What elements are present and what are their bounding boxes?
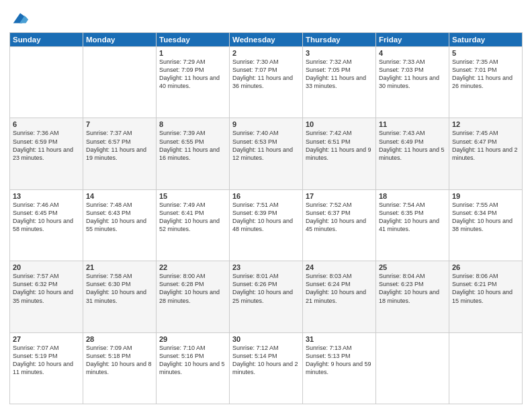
day-cell: 21Sunrise: 7:58 AM Sunset: 6:30 PM Dayli… — [83, 261, 157, 332]
day-cell: 26Sunrise: 8:06 AM Sunset: 6:21 PM Dayli… — [449, 261, 523, 332]
calendar-body: 1Sunrise: 7:29 AM Sunset: 7:09 PM Daylig… — [10, 47, 523, 404]
day-cell: 3Sunrise: 7:32 AM Sunset: 7:05 PM Daylig… — [303, 47, 376, 118]
col-thursday: Thursday — [303, 33, 376, 47]
day-number: 31 — [306, 335, 373, 343]
day-cell: 31Sunrise: 7:13 AM Sunset: 5:13 PM Dayli… — [303, 332, 376, 404]
col-monday: Monday — [83, 33, 157, 47]
calendar-header: Sunday Monday Tuesday Wednesday Thursday… — [10, 33, 523, 47]
day-number: 11 — [379, 120, 446, 128]
day-number: 28 — [86, 335, 153, 343]
day-info: Sunrise: 7:12 AM Sunset: 5:14 PM Dayligh… — [232, 344, 300, 377]
day-number: 7 — [86, 120, 153, 128]
day-cell: 5Sunrise: 7:35 AM Sunset: 7:01 PM Daylig… — [449, 47, 523, 118]
day-info: Sunrise: 8:06 AM Sunset: 6:21 PM Dayligh… — [452, 272, 519, 305]
day-number: 21 — [86, 263, 153, 271]
day-number: 3 — [306, 49, 373, 57]
day-info: Sunrise: 7:57 AM Sunset: 6:32 PM Dayligh… — [13, 272, 80, 305]
col-tuesday: Tuesday — [157, 33, 230, 47]
day-cell — [83, 47, 157, 118]
day-info: Sunrise: 7:52 AM Sunset: 6:37 PM Dayligh… — [306, 201, 373, 234]
day-cell: 1Sunrise: 7:29 AM Sunset: 7:09 PM Daylig… — [157, 47, 230, 118]
day-number: 17 — [306, 192, 373, 200]
day-info: Sunrise: 7:29 AM Sunset: 7:09 PM Dayligh… — [159, 58, 226, 91]
day-number: 25 — [379, 263, 446, 271]
day-number: 1 — [159, 49, 226, 57]
day-number: 22 — [159, 263, 226, 271]
day-cell: 12Sunrise: 7:45 AM Sunset: 6:47 PM Dayli… — [449, 118, 523, 189]
day-info: Sunrise: 7:37 AM Sunset: 6:57 PM Dayligh… — [86, 129, 153, 162]
calendar-table: Sunday Monday Tuesday Wednesday Thursday… — [9, 32, 523, 404]
day-number: 24 — [306, 263, 373, 271]
day-info: Sunrise: 7:58 AM Sunset: 6:30 PM Dayligh… — [86, 272, 153, 305]
day-cell: 22Sunrise: 8:00 AM Sunset: 6:28 PM Dayli… — [157, 261, 230, 332]
day-number: 2 — [232, 49, 300, 57]
header — [9, 7, 523, 28]
day-cell: 24Sunrise: 8:03 AM Sunset: 6:24 PM Dayli… — [303, 261, 376, 332]
day-info: Sunrise: 7:09 AM Sunset: 5:18 PM Dayligh… — [86, 344, 153, 377]
day-cell: 29Sunrise: 7:10 AM Sunset: 5:16 PM Dayli… — [157, 332, 230, 404]
day-number: 18 — [379, 192, 446, 200]
day-cell: 13Sunrise: 7:46 AM Sunset: 6:45 PM Dayli… — [10, 189, 83, 261]
day-number: 14 — [86, 192, 153, 200]
day-cell: 10Sunrise: 7:42 AM Sunset: 6:51 PM Dayli… — [303, 118, 376, 189]
day-cell: 19Sunrise: 7:55 AM Sunset: 6:34 PM Dayli… — [449, 189, 523, 261]
day-info: Sunrise: 7:07 AM Sunset: 5:19 PM Dayligh… — [13, 344, 80, 377]
day-info: Sunrise: 7:30 AM Sunset: 7:07 PM Dayligh… — [232, 58, 300, 91]
day-cell: 17Sunrise: 7:52 AM Sunset: 6:37 PM Dayli… — [303, 189, 376, 261]
day-cell — [10, 47, 83, 118]
col-saturday: Saturday — [449, 33, 523, 47]
day-cell: 23Sunrise: 8:01 AM Sunset: 6:26 PM Dayli… — [230, 261, 303, 332]
header-row: Sunday Monday Tuesday Wednesday Thursday… — [10, 33, 523, 47]
day-cell: 8Sunrise: 7:39 AM Sunset: 6:55 PM Daylig… — [157, 118, 230, 189]
day-cell — [449, 332, 523, 404]
day-number: 6 — [13, 120, 80, 128]
day-info: Sunrise: 8:00 AM Sunset: 6:28 PM Dayligh… — [159, 272, 226, 305]
day-number: 10 — [306, 120, 373, 128]
day-cell: 20Sunrise: 7:57 AM Sunset: 6:32 PM Dayli… — [10, 261, 83, 332]
day-info: Sunrise: 7:32 AM Sunset: 7:05 PM Dayligh… — [306, 58, 373, 91]
day-number: 29 — [159, 335, 226, 343]
day-info: Sunrise: 7:39 AM Sunset: 6:55 PM Dayligh… — [159, 129, 226, 162]
col-sunday: Sunday — [10, 33, 83, 47]
day-info: Sunrise: 7:40 AM Sunset: 6:53 PM Dayligh… — [232, 129, 300, 162]
day-info: Sunrise: 7:49 AM Sunset: 6:41 PM Dayligh… — [159, 201, 226, 234]
col-friday: Friday — [376, 33, 449, 47]
day-info: Sunrise: 7:33 AM Sunset: 7:03 PM Dayligh… — [379, 58, 446, 91]
day-cell: 14Sunrise: 7:48 AM Sunset: 6:43 PM Dayli… — [83, 189, 157, 261]
day-info: Sunrise: 7:46 AM Sunset: 6:45 PM Dayligh… — [13, 201, 80, 234]
day-info: Sunrise: 7:10 AM Sunset: 5:16 PM Dayligh… — [159, 344, 226, 377]
day-number: 20 — [13, 263, 80, 271]
day-cell: 6Sunrise: 7:36 AM Sunset: 6:59 PM Daylig… — [10, 118, 83, 189]
day-cell: 25Sunrise: 8:04 AM Sunset: 6:23 PM Dayli… — [376, 261, 449, 332]
day-cell: 18Sunrise: 7:54 AM Sunset: 6:35 PM Dayli… — [376, 189, 449, 261]
week-row-5: 27Sunrise: 7:07 AM Sunset: 5:19 PM Dayli… — [10, 332, 523, 404]
day-info: Sunrise: 7:51 AM Sunset: 6:39 PM Dayligh… — [232, 201, 300, 234]
week-row-1: 1Sunrise: 7:29 AM Sunset: 7:09 PM Daylig… — [10, 47, 523, 118]
day-cell: 7Sunrise: 7:37 AM Sunset: 6:57 PM Daylig… — [83, 118, 157, 189]
week-row-4: 20Sunrise: 7:57 AM Sunset: 6:32 PM Dayli… — [10, 261, 523, 332]
day-number: 30 — [232, 335, 300, 343]
day-cell: 2Sunrise: 7:30 AM Sunset: 7:07 PM Daylig… — [230, 47, 303, 118]
day-cell — [376, 332, 449, 404]
day-info: Sunrise: 7:36 AM Sunset: 6:59 PM Dayligh… — [13, 129, 80, 162]
day-info: Sunrise: 7:54 AM Sunset: 6:35 PM Dayligh… — [379, 201, 446, 234]
day-cell: 28Sunrise: 7:09 AM Sunset: 5:18 PM Dayli… — [83, 332, 157, 404]
day-cell: 30Sunrise: 7:12 AM Sunset: 5:14 PM Dayli… — [230, 332, 303, 404]
week-row-2: 6Sunrise: 7:36 AM Sunset: 6:59 PM Daylig… — [10, 118, 523, 189]
day-number: 26 — [452, 263, 519, 271]
day-info: Sunrise: 7:55 AM Sunset: 6:34 PM Dayligh… — [452, 201, 519, 234]
day-number: 9 — [232, 120, 300, 128]
day-number: 13 — [13, 192, 80, 200]
day-info: Sunrise: 7:35 AM Sunset: 7:01 PM Dayligh… — [452, 58, 519, 91]
day-number: 15 — [159, 192, 226, 200]
col-wednesday: Wednesday — [230, 33, 303, 47]
logo — [9, 9, 30, 28]
day-info: Sunrise: 8:03 AM Sunset: 6:24 PM Dayligh… — [306, 272, 373, 305]
day-cell: 27Sunrise: 7:07 AM Sunset: 5:19 PM Dayli… — [10, 332, 83, 404]
day-number: 8 — [159, 120, 226, 128]
day-number: 12 — [452, 120, 519, 128]
day-cell: 4Sunrise: 7:33 AM Sunset: 7:03 PM Daylig… — [376, 47, 449, 118]
day-info: Sunrise: 7:45 AM Sunset: 6:47 PM Dayligh… — [452, 129, 519, 162]
day-info: Sunrise: 8:01 AM Sunset: 6:26 PM Dayligh… — [232, 272, 300, 305]
day-number: 4 — [379, 49, 446, 57]
